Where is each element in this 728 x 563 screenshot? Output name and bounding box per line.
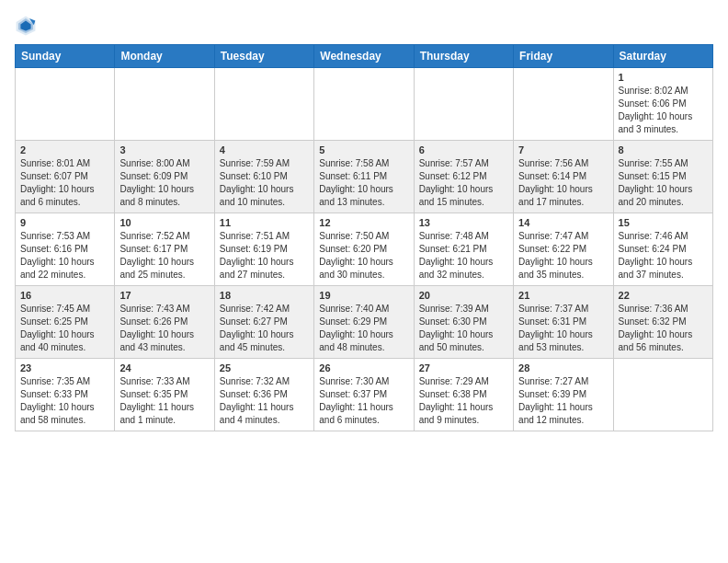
day-info: Sunrise: 7:33 AM Sunset: 6:35 PM Dayligh… — [119, 375, 209, 427]
calendar-week-row: 9Sunrise: 7:53 AM Sunset: 6:16 PM Daylig… — [16, 213, 713, 286]
day-number: 3 — [119, 144, 209, 155]
day-info: Sunrise: 7:51 AM Sunset: 6:19 PM Dayligh… — [220, 230, 309, 282]
calendar-cell — [514, 68, 613, 141]
calendar-cell: 5Sunrise: 7:58 AM Sunset: 6:11 PM Daylig… — [314, 141, 414, 213]
day-number: 15 — [619, 217, 708, 228]
day-number: 25 — [220, 362, 309, 373]
day-header-monday: Monday — [115, 45, 214, 68]
day-info: Sunrise: 7:52 AM Sunset: 6:17 PM Dayligh… — [119, 230, 209, 282]
day-number: 10 — [119, 217, 209, 228]
page-header — [15, 15, 713, 37]
calendar-cell: 2Sunrise: 8:01 AM Sunset: 6:07 PM Daylig… — [16, 141, 115, 213]
calendar-cell: 11Sunrise: 7:51 AM Sunset: 6:19 PM Dayli… — [214, 213, 313, 286]
day-info: Sunrise: 7:40 AM Sunset: 6:29 PM Dayligh… — [319, 303, 408, 354]
day-header-wednesday: Wednesday — [314, 45, 414, 68]
calendar-week-row: 1Sunrise: 8:02 AM Sunset: 6:06 PM Daylig… — [16, 68, 713, 141]
calendar-cell: 24Sunrise: 7:33 AM Sunset: 6:35 PM Dayli… — [115, 359, 214, 431]
day-number: 24 — [119, 362, 209, 373]
calendar-cell: 9Sunrise: 7:53 AM Sunset: 6:16 PM Daylig… — [16, 213, 115, 286]
day-number: 21 — [518, 290, 608, 301]
day-number: 16 — [20, 290, 109, 301]
day-info: Sunrise: 7:29 AM Sunset: 6:38 PM Dayligh… — [419, 375, 508, 427]
calendar-cell: 10Sunrise: 7:52 AM Sunset: 6:17 PM Dayli… — [115, 213, 214, 286]
calendar-cell: 27Sunrise: 7:29 AM Sunset: 6:38 PM Dayli… — [414, 359, 513, 431]
calendar-cell: 3Sunrise: 8:00 AM Sunset: 6:09 PM Daylig… — [115, 141, 214, 213]
day-info: Sunrise: 7:30 AM Sunset: 6:37 PM Dayligh… — [319, 375, 408, 427]
calendar-cell — [414, 68, 513, 141]
calendar-table: SundayMondayTuesdayWednesdayThursdayFrid… — [15, 44, 713, 431]
day-number: 9 — [20, 217, 109, 228]
calendar-cell: 8Sunrise: 7:55 AM Sunset: 6:15 PM Daylig… — [613, 141, 712, 213]
day-number: 17 — [119, 290, 209, 301]
day-info: Sunrise: 8:01 AM Sunset: 6:07 PM Dayligh… — [20, 157, 109, 209]
day-number: 7 — [518, 144, 608, 155]
day-number: 23 — [20, 362, 109, 373]
calendar-cell: 19Sunrise: 7:40 AM Sunset: 6:29 PM Dayli… — [314, 286, 414, 359]
calendar-cell: 26Sunrise: 7:30 AM Sunset: 6:37 PM Dayli… — [314, 359, 414, 431]
calendar-cell — [214, 68, 313, 141]
day-number: 6 — [419, 144, 508, 155]
day-info: Sunrise: 7:47 AM Sunset: 6:22 PM Dayligh… — [518, 230, 608, 282]
day-number: 19 — [319, 290, 408, 301]
calendar-cell — [16, 68, 115, 141]
day-number: 14 — [518, 217, 608, 228]
calendar-cell: 23Sunrise: 7:35 AM Sunset: 6:33 PM Dayli… — [16, 359, 115, 431]
calendar-cell: 12Sunrise: 7:50 AM Sunset: 6:20 PM Dayli… — [314, 213, 414, 286]
calendar-cell: 16Sunrise: 7:45 AM Sunset: 6:25 PM Dayli… — [16, 286, 115, 359]
day-info: Sunrise: 8:02 AM Sunset: 6:06 PM Dayligh… — [619, 85, 708, 136]
calendar-cell: 4Sunrise: 7:59 AM Sunset: 6:10 PM Daylig… — [214, 141, 313, 213]
calendar-cell: 28Sunrise: 7:27 AM Sunset: 6:39 PM Dayli… — [514, 359, 613, 431]
day-number: 11 — [220, 217, 309, 228]
calendar-cell: 1Sunrise: 8:02 AM Sunset: 6:06 PM Daylig… — [613, 68, 712, 141]
day-info: Sunrise: 7:39 AM Sunset: 6:30 PM Dayligh… — [419, 303, 508, 354]
calendar-cell: 17Sunrise: 7:43 AM Sunset: 6:26 PM Dayli… — [115, 286, 214, 359]
day-header-friday: Friday — [514, 45, 613, 68]
calendar-cell: 20Sunrise: 7:39 AM Sunset: 6:30 PM Dayli… — [414, 286, 513, 359]
logo-icon — [15, 15, 37, 37]
calendar-cell — [613, 359, 712, 431]
day-info: Sunrise: 7:37 AM Sunset: 6:31 PM Dayligh… — [518, 303, 608, 354]
calendar-cell: 15Sunrise: 7:46 AM Sunset: 6:24 PM Dayli… — [613, 213, 712, 286]
day-number: 4 — [220, 144, 309, 155]
calendar-week-row: 16Sunrise: 7:45 AM Sunset: 6:25 PM Dayli… — [16, 286, 713, 359]
day-info: Sunrise: 7:46 AM Sunset: 6:24 PM Dayligh… — [619, 230, 708, 282]
calendar-header-row: SundayMondayTuesdayWednesdayThursdayFrid… — [16, 45, 713, 68]
day-info: Sunrise: 7:35 AM Sunset: 6:33 PM Dayligh… — [20, 375, 109, 427]
day-number: 12 — [319, 217, 408, 228]
calendar-cell: 7Sunrise: 7:56 AM Sunset: 6:14 PM Daylig… — [514, 141, 613, 213]
day-number: 18 — [220, 290, 309, 301]
day-info: Sunrise: 7:50 AM Sunset: 6:20 PM Dayligh… — [319, 230, 408, 282]
day-info: Sunrise: 7:43 AM Sunset: 6:26 PM Dayligh… — [119, 303, 209, 354]
day-number: 1 — [619, 72, 708, 83]
logo — [15, 15, 40, 37]
day-info: Sunrise: 7:48 AM Sunset: 6:21 PM Dayligh… — [419, 230, 508, 282]
calendar-week-row: 23Sunrise: 7:35 AM Sunset: 6:33 PM Dayli… — [16, 359, 713, 431]
calendar-cell: 22Sunrise: 7:36 AM Sunset: 6:32 PM Dayli… — [613, 286, 712, 359]
day-info: Sunrise: 7:59 AM Sunset: 6:10 PM Dayligh… — [220, 157, 309, 209]
day-info: Sunrise: 7:53 AM Sunset: 6:16 PM Dayligh… — [20, 230, 109, 282]
day-number: 27 — [419, 362, 508, 373]
calendar-cell: 21Sunrise: 7:37 AM Sunset: 6:31 PM Dayli… — [514, 286, 613, 359]
day-header-saturday: Saturday — [613, 45, 712, 68]
calendar-cell: 13Sunrise: 7:48 AM Sunset: 6:21 PM Dayli… — [414, 213, 513, 286]
day-number: 13 — [419, 217, 508, 228]
day-number: 8 — [619, 144, 708, 155]
day-header-thursday: Thursday — [414, 45, 513, 68]
day-info: Sunrise: 7:27 AM Sunset: 6:39 PM Dayligh… — [518, 375, 608, 427]
day-info: Sunrise: 7:42 AM Sunset: 6:27 PM Dayligh… — [220, 303, 309, 354]
calendar-cell: 6Sunrise: 7:57 AM Sunset: 6:12 PM Daylig… — [414, 141, 513, 213]
day-info: Sunrise: 7:58 AM Sunset: 6:11 PM Dayligh… — [319, 157, 408, 209]
day-header-tuesday: Tuesday — [214, 45, 313, 68]
day-info: Sunrise: 7:32 AM Sunset: 6:36 PM Dayligh… — [220, 375, 309, 427]
day-info: Sunrise: 7:45 AM Sunset: 6:25 PM Dayligh… — [20, 303, 109, 354]
day-number: 20 — [419, 290, 508, 301]
day-info: Sunrise: 7:55 AM Sunset: 6:15 PM Dayligh… — [619, 157, 708, 209]
calendar-cell: 18Sunrise: 7:42 AM Sunset: 6:27 PM Dayli… — [214, 286, 313, 359]
day-number: 2 — [20, 144, 109, 155]
calendar-cell: 25Sunrise: 7:32 AM Sunset: 6:36 PM Dayli… — [214, 359, 313, 431]
calendar-cell: 14Sunrise: 7:47 AM Sunset: 6:22 PM Dayli… — [514, 213, 613, 286]
calendar-cell — [314, 68, 414, 141]
day-info: Sunrise: 7:56 AM Sunset: 6:14 PM Dayligh… — [518, 157, 608, 209]
day-number: 22 — [619, 290, 708, 301]
calendar-week-row: 2Sunrise: 8:01 AM Sunset: 6:07 PM Daylig… — [16, 141, 713, 213]
